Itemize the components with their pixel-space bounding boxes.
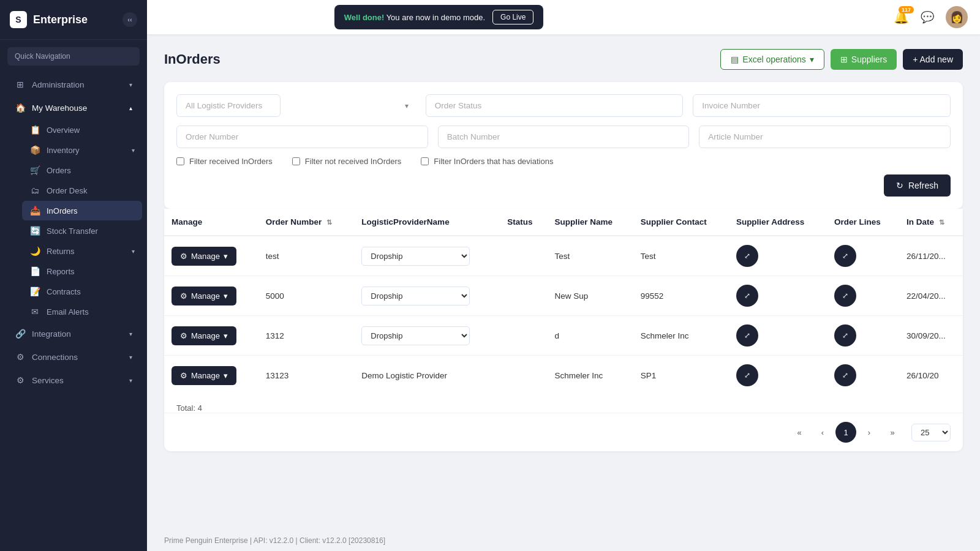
order-lines-cell-3: ⤢ [827,356,899,395]
sidebar-item-services[interactable]: ⚙ Services ▾ [5,369,142,391]
sidebar-item-label: Contracts [47,287,81,296]
logistic-provider-dropdown-0[interactable]: Dropship Demo Logistic Provider [361,247,470,266]
notification-bell[interactable]: 🔔 117 [894,10,909,24]
manage-button-0[interactable]: ⚙ Manage ▾ [172,247,236,266]
prev-page-button[interactable]: ‹ [812,422,833,443]
supplier-address-cell-2: ⤢ [729,316,827,356]
supplier-address-cell-1: ⤢ [729,276,827,316]
sidebar-item-inventory[interactable]: 📦 Inventory ▾ [22,140,142,160]
supplier-address-button-0[interactable]: ⤢ [736,245,758,267]
manage-button-3[interactable]: ⚙ Manage ▾ [172,366,236,385]
chat-icon-button[interactable]: 💬 [918,7,937,27]
supplier-name-cell-2: d [547,316,633,356]
refresh-button[interactable]: ↻ Refresh [884,174,951,197]
logistic-provider-dropdown-2[interactable]: Dropship Demo Logistic Provider [361,326,470,345]
supplier-address-button-3[interactable]: ⤢ [736,364,758,386]
excel-icon: ▤ [731,54,739,64]
filter-deviations-checkbox[interactable] [421,157,429,165]
chevron-down-icon: ▾ [132,248,135,255]
sidebar-item-integration[interactable]: 🔗 Integration ▾ [5,323,142,345]
supplier-address-button-1[interactable]: ⤢ [736,285,758,307]
col-order-number[interactable]: Order Number ⇅ [258,209,355,236]
col-supplier-address: Supplier Address [729,209,827,236]
article-number-input[interactable] [699,126,951,148]
suppliers-button[interactable]: ⊞ Suppliers [831,49,897,70]
chat-icon: 💬 [921,10,934,24]
administration-icon: ⊞ [15,80,26,89]
sidebar-item-orders[interactable]: 🛒 Orders [22,160,142,180]
excel-chevron-down-icon: ▾ [810,54,814,64]
sidebar-item-stock-transfer[interactable]: 🔄 Stock Transfer [22,221,142,241]
refresh-icon: ↻ [896,181,903,190]
last-page-button[interactable]: » [882,422,903,443]
order-status-input[interactable] [426,94,684,117]
sidebar-item-overview[interactable]: 📋 Overview [22,120,142,140]
gear-icon: ⚙ [180,371,187,380]
first-page-button[interactable]: « [789,422,810,443]
sidebar-item-inorders[interactable]: 📥 InOrders [22,201,142,220]
batch-number-input[interactable] [438,126,690,148]
sidebar-item-email-alerts[interactable]: ✉ Email Alerts [22,302,142,321]
table-row: ⚙ Manage ▾ 13123Demo Logistic ProviderSc… [164,356,963,395]
add-new-button[interactable]: + Add new [903,49,963,70]
filter-received-checkbox[interactable] [176,157,184,165]
filter-row-2 [176,126,951,148]
logistic-provider-cell-2: Dropship Demo Logistic Provider [354,316,500,356]
page-header: InOrders ▤ Excel operations ▾ ⊞ Supplier… [164,49,963,70]
sidebar-item-reports[interactable]: 📄 Reports [22,261,142,281]
chevron-down-icon: ▾ [405,102,409,110]
filter-row-1: All Logistic Providers Dropship Demo Log… [176,94,951,117]
my-warehouse-submenu: 📋 Overview 📦 Inventory ▾ 🛒 Orders 🗂 Orde… [17,119,147,322]
sidebar-item-label: My Warehouse [32,103,87,113]
sidebar-item-label: Inventory [47,146,79,155]
next-page-button[interactable]: › [859,422,880,443]
sidebar-item-returns[interactable]: 🌙 Returns ▾ [22,241,142,261]
col-supplier-contact: Supplier Contact [633,209,729,236]
order-number-input[interactable] [176,126,428,148]
order-lines-cell-1: ⤢ [827,276,899,316]
invoice-number-input[interactable] [693,94,951,117]
avatar-image: 👩 [950,10,963,24]
supplier-address-button-2[interactable]: ⤢ [736,324,758,347]
order-lines-button-2[interactable]: ⤢ [834,324,856,347]
user-avatar[interactable]: 👩 [946,6,968,28]
col-manage: Manage [164,209,258,236]
chevron-down-icon: ▾ [132,147,135,154]
expand-icon: ⤢ [842,252,848,260]
order-lines-button-3[interactable]: ⤢ [834,364,856,386]
sidebar-item-administration[interactable]: ⊞ Administration ▾ [5,73,142,96]
sidebar-item-order-desk[interactable]: 🗂 Order Desk [22,181,142,200]
filter-not-received-checkbox[interactable] [292,157,300,165]
logistic-provider-dropdown-1[interactable]: Dropship Demo Logistic Provider [361,287,470,305]
logistic-provider-cell-3: Demo Logistic Provider [354,356,500,395]
sidebar-item-connections[interactable]: ⚙ Connections ▾ [5,346,142,368]
table-row: ⚙ Manage ▾ 5000 Dropship Demo Logistic P… [164,276,963,316]
manage-button-2[interactable]: ⚙ Manage ▾ [172,326,236,345]
supplier-contact-cell-1: 99552 [633,276,729,316]
filter-received-label[interactable]: Filter received InOrders [176,157,273,166]
filter-not-received-label[interactable]: Filter not received InOrders [292,157,402,166]
order-lines-button-0[interactable]: ⤢ [834,245,856,267]
order-number-cell-1: 5000 [258,276,355,316]
reports-icon: 📄 [29,266,40,276]
page-1-button[interactable]: 1 [835,422,856,443]
sidebar-item-my-warehouse[interactable]: 🏠 My Warehouse ▴ [5,97,142,119]
sidebar-collapse-button[interactable]: ‹‹ [123,12,137,27]
sidebar-item-label: Stock Transfer [47,227,98,236]
filter-deviations-label[interactable]: Filter InOrders that has deviations [421,157,553,166]
order-lines-button-1[interactable]: ⤢ [834,285,856,307]
page-size-select[interactable]: 10 25 50 100 [911,424,951,441]
sidebar-item-label: Returns [47,247,75,256]
in-date-cell-2: 30/09/20... [899,316,963,356]
col-in-date[interactable]: In Date ⇅ [899,209,963,236]
footer: Prime Penguin Enterprise | API: v12.2.0 … [147,530,980,551]
logistic-provider-select[interactable]: All Logistic Providers Dropship Demo Log… [176,94,281,117]
excel-operations-button[interactable]: ▤ Excel operations ▾ [720,49,824,70]
sidebar-item-contracts[interactable]: 📝 Contracts [22,282,142,301]
manage-button-1[interactable]: ⚙ Manage ▾ [172,287,236,305]
order-number-cell-2: 1312 [258,316,355,356]
stock-transfer-icon: 🔄 [29,226,40,236]
order-lines-cell-0: ⤢ [827,236,899,276]
go-live-button[interactable]: Go Live [492,10,533,24]
expand-icon: ⤢ [842,291,848,300]
